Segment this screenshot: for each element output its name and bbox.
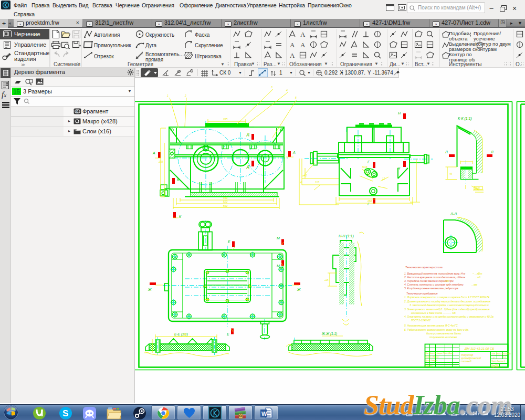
svg-text:А: А (292, 151, 296, 154)
svg-text:Л: Л (445, 150, 448, 154)
svg-text:260: 260 (367, 200, 372, 203)
svg-text:неизменный в баке типа ......: неизменный в баке типа ............ Об (411, 311, 456, 314)
svg-text:3. Электрически захват в=0,6.: 3. Электрически захват в=0,6...0,8мм (дл… (404, 308, 490, 311)
svg-text:520: 520 (223, 200, 228, 203)
svg-text:1. Вращающий момент на тихоход: 1. Вращающий момент на тихоходном валу, … (404, 272, 466, 275)
svg-text:Лит. Масса Масштаб: Лит. Масса Масштаб (491, 353, 511, 355)
svg-text:Д: Д (246, 165, 249, 169)
svg-text:...мм: ...мм (471, 283, 478, 286)
svg-text:2. Частота вращения тихоходног: 2. Частота вращения тихоходного вала, об… (404, 276, 465, 279)
svg-text:К-К (1:1): К-К (1:1) (458, 117, 472, 121)
svg-text:0: 0 (76, 110, 78, 113)
svg-text:3: 3 (271, 86, 272, 89)
svg-text:⌀42: ⌀42 (302, 174, 307, 177)
svg-text:5. Направляющая затем смазка: 5. Направляющая затем смазка М-С-4а-ГС (404, 324, 458, 327)
svg-text:265: 265 (223, 118, 228, 121)
svg-text:6. Работа может самого може: 6. Работа может самого может сразу по ба… (404, 328, 469, 331)
svg-text:3. частичной данном порядке: 3. частичной данном порядке и несоответс… (410, 303, 489, 307)
svg-text:1. Формовка поверхности и сва: 1. Формовка поверхности и сварке и окрас… (404, 296, 489, 299)
svg-text:Изм Лист № докум. Подп. Дата: Изм Лист № докум. Подп. Дата (425, 352, 453, 354)
svg-text:соосный: соосный (461, 360, 471, 363)
svg-text:каф. МиИТ: каф. МиИТ (491, 366, 500, 368)
svg-text:340: 340 (183, 333, 187, 336)
svg-text:Е: Е (227, 332, 229, 336)
svg-text:Д: Д (246, 132, 249, 136)
svg-text:полученном на основе: полученном на основе (429, 335, 457, 339)
svg-text:Ж: Ж (297, 288, 301, 291)
svg-text:...об: ...об (475, 276, 480, 279)
svg-text:45: 45 (449, 173, 453, 175)
svg-text:Е: Е (228, 240, 230, 244)
svg-text:W: W (261, 411, 267, 417)
svg-text:12: 12 (382, 177, 385, 180)
svg-text:2: 2 (184, 94, 186, 97)
svg-text:Разраб. Иванов: Разраб. Иванов (425, 356, 439, 358)
svg-text:М: М (277, 264, 280, 268)
svg-text:4: 4 (286, 89, 288, 92)
svg-text:110: 110 (315, 181, 319, 184)
svg-text:Н-Н (1:1): Н-Н (1:1) (339, 234, 354, 238)
svg-text:~ ...кВт: ~ ...кВт (472, 272, 482, 275)
svg-text:4. Степень точности и составе: 4. Степень точности и составе зубч.перед… (404, 283, 464, 286)
svg-text:была установлена на балки: была установлена на балки (426, 332, 461, 335)
svg-text:Л: Л (490, 150, 494, 154)
svg-text:170: 170 (159, 160, 163, 163)
svg-text:1:2: 1:2 (503, 356, 506, 359)
svg-text:Ж-Ж (1:1): Ж-Ж (1:1) (321, 332, 337, 336)
svg-text:М20: М20 (475, 187, 480, 190)
svg-text:А: А (152, 151, 155, 155)
svg-text:1: 1 (167, 94, 169, 97)
svg-text:4. Опор крепь на валы и на сре: 4. Опор крепь на валы и на среды согласн… (404, 315, 494, 318)
svg-text:ДМ 312-43.21.00 СБ: ДМ 312-43.21.00 СБ (464, 347, 494, 350)
svg-text:М16: М16 (362, 165, 368, 169)
svg-text:S: S (62, 408, 68, 418)
svg-text:~4%: ~4% (444, 279, 449, 282)
svg-text:5. Координационные механизмы: 5. Координационные механизмы редуктора (404, 287, 458, 290)
svg-text:Л-Л: Л-Л (450, 212, 457, 216)
svg-text:Техническая характеристика: Техническая характеристика (405, 266, 443, 269)
svg-text:⌀35: ⌀35 (324, 279, 329, 281)
svg-text:Лист Листов 1: Лист Листов 1 (491, 360, 505, 362)
svg-text:560: 560 (223, 204, 228, 207)
svg-text:Технические требования: Технические требования (406, 292, 438, 295)
svg-text:450: 450 (223, 196, 228, 200)
svg-text:М: М (277, 236, 280, 240)
svg-text:Н.контр.: Н.контр. (425, 365, 433, 367)
svg-text:Пров. Петров: Пров. Петров (425, 360, 437, 362)
svg-text:ГОСТ 2-1248-82: ГОСТ 2-1248-82 (411, 319, 430, 322)
svg-text:2. Диаметральные и посадку нас: 2. Диаметральные и посадку насоса детали… (404, 300, 490, 303)
svg-text:Ж: Ж (148, 288, 152, 291)
svg-text:5: 5 (295, 96, 297, 99)
